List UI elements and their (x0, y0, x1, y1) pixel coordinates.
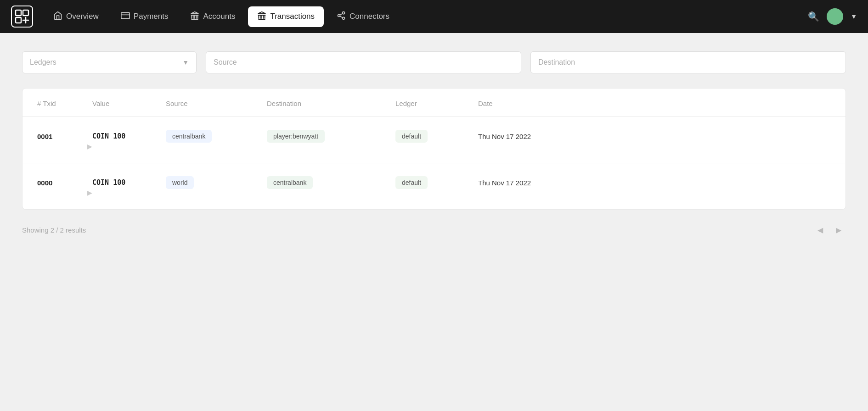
col-source: Source (166, 100, 267, 107)
nav-item-transactions[interactable]: Transactions (248, 6, 324, 27)
chevron-down-icon[interactable]: ▼ (851, 13, 857, 20)
cell-txid-1: 0000 (37, 179, 92, 187)
col-value: Value (92, 100, 166, 107)
ledgers-filter[interactable]: Ledgers ▼ (22, 51, 197, 73)
svg-line-8 (340, 16, 343, 17)
svg-rect-2 (16, 17, 21, 23)
navbar: Overview Payments Accounts Transactions (0, 0, 868, 33)
col-txid: # Txid (37, 100, 92, 107)
ledgers-chevron-icon: ▼ (182, 59, 189, 66)
cell-ledger-1: default (395, 176, 478, 189)
search-icon[interactable]: 🔍 (808, 11, 819, 22)
filter-bar: Ledgers ▼ (22, 51, 846, 73)
ledger-tag-0: default (395, 130, 428, 143)
cell-value-0: COIN 100 (92, 132, 166, 140)
table-header: # Txid Value Source Destination Ledger D… (23, 89, 845, 117)
main-content: Ledgers ▼ # Txid Value Source Destinatio… (0, 33, 868, 259)
nav-item-connectors[interactable]: Connectors (327, 6, 399, 27)
card-icon (121, 11, 130, 22)
bank-icon-accounts (190, 11, 199, 22)
destination-input[interactable] (530, 51, 846, 73)
cell-value-1: COIN 100 (92, 178, 166, 187)
col-destination: Destination (267, 100, 395, 107)
svg-point-6 (338, 14, 340, 17)
avatar[interactable] (827, 8, 843, 25)
destination-tag-1: centralbank (267, 176, 313, 189)
ledger-tag-1: default (395, 176, 428, 189)
cell-source-1: world (166, 176, 267, 189)
nav-label-overview: Overview (66, 12, 99, 21)
nav-label-transactions: Transactions (270, 12, 315, 21)
cell-destination-1: centralbank (267, 176, 395, 189)
table-row[interactable]: 0001 COIN 100 centralbank player:benwyat… (23, 117, 845, 163)
table-row[interactable]: 0000 COIN 100 world centralbank default … (23, 163, 845, 209)
row-arrow-0[interactable]: ▶ (37, 143, 92, 150)
prev-page-button[interactable]: ◀ (813, 222, 828, 237)
source-tag-1: world (166, 176, 194, 189)
ledgers-label: Ledgers (30, 58, 182, 67)
cell-ledger-0: default (395, 130, 478, 143)
source-input[interactable] (206, 51, 521, 73)
nav-item-overview[interactable]: Overview (44, 6, 108, 27)
svg-point-7 (343, 17, 345, 19)
home-icon (53, 11, 62, 22)
cell-date-0: Thu Nov 17 2022 (478, 133, 831, 140)
nav-item-accounts[interactable]: Accounts (181, 6, 244, 27)
bank-icon-transactions (257, 11, 266, 22)
cell-source-0: centralbank (166, 130, 267, 143)
col-date: Date (478, 100, 831, 107)
row-arrow-1[interactable]: ▶ (37, 189, 92, 196)
nav-right: 🔍 ▼ (808, 8, 857, 25)
cell-txid-0: 0001 (37, 133, 92, 140)
app-logo[interactable] (11, 6, 33, 28)
transactions-table: # Txid Value Source Destination Ledger D… (22, 88, 846, 210)
cell-date-1: Thu Nov 17 2022 (478, 179, 831, 187)
pagination-controls: ◀ ▶ (813, 222, 846, 237)
nav-label-payments: Payments (134, 12, 169, 21)
pagination: Showing 2 / 2 results ◀ ▶ (22, 210, 846, 241)
nav-label-connectors: Connectors (349, 12, 389, 21)
svg-point-5 (343, 11, 345, 14)
pagination-info: Showing 2 / 2 results (22, 226, 86, 234)
destination-tag-0: player:benwyatt (267, 130, 325, 143)
svg-rect-0 (16, 10, 21, 16)
svg-line-9 (340, 13, 343, 15)
svg-rect-3 (121, 12, 130, 18)
nav-label-accounts: Accounts (203, 12, 235, 21)
next-page-button[interactable]: ▶ (831, 222, 846, 237)
cell-destination-0: player:benwyatt (267, 130, 395, 143)
source-tag-0: centralbank (166, 130, 212, 143)
nav-item-payments[interactable]: Payments (112, 6, 178, 27)
col-ledger: Ledger (395, 100, 478, 107)
share-icon (337, 11, 346, 22)
svg-rect-1 (23, 10, 28, 16)
